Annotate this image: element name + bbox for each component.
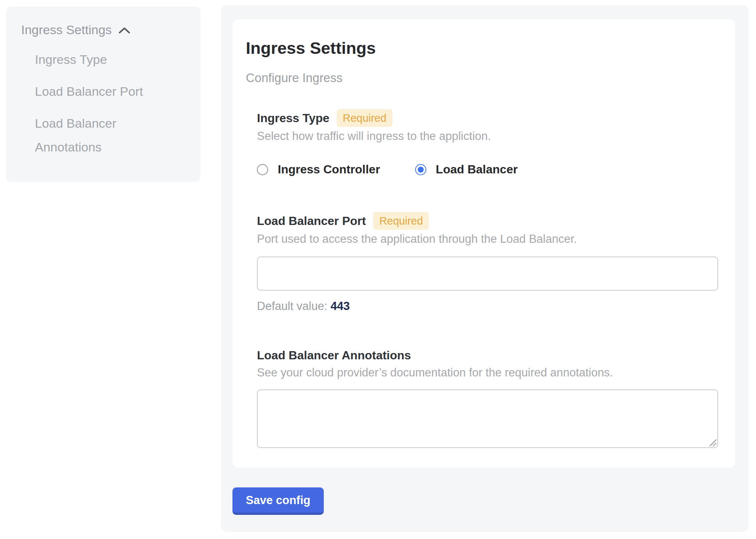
radio-option-load-balancer[interactable]: Load Balancer (415, 163, 518, 176)
load-balancer-port-section: Load Balancer Port Required Port used to… (257, 212, 718, 313)
ingress-type-radio-group: Ingress Controller Load Balancer (257, 163, 718, 176)
ingress-type-help: Select how traffic will ingress to the a… (257, 129, 718, 143)
ingress-settings-panel: Ingress Settings Configure Ingress Ingre… (221, 5, 749, 532)
load-balancer-port-label: Load Balancer Port (257, 213, 366, 229)
ingress-type-section: Ingress Type Required Select how traffic… (257, 109, 718, 176)
settings-sidebar: Ingress Settings Ingress Type Load Balan… (6, 7, 201, 182)
annotations-textarea-wrap (257, 389, 718, 448)
radio-unchecked-icon[interactable] (257, 164, 268, 175)
save-config-button[interactable]: Save config (232, 487, 324, 515)
required-badge: Required (337, 109, 392, 127)
default-value-label: Default value: (257, 300, 328, 313)
load-balancer-annotations-label: Load Balancer Annotations (257, 347, 411, 363)
load-balancer-annotations-textarea[interactable] (257, 389, 718, 448)
ingress-type-label: Ingress Type (257, 110, 329, 126)
load-balancer-annotations-section: Load Balancer Annotations See your cloud… (257, 347, 718, 448)
page-title: Ingress Settings (246, 38, 722, 59)
radio-option-ingress-controller[interactable]: Ingress Controller (257, 163, 380, 176)
radio-label-ingress-controller: Ingress Controller (278, 163, 380, 176)
sidebar-group-ingress-settings[interactable]: Ingress Settings (21, 22, 187, 38)
radio-checked-icon[interactable] (415, 164, 426, 175)
sidebar-item-load-balancer-port[interactable]: Load Balancer Port (35, 79, 166, 103)
load-balancer-annotations-help: See your cloud provider’s documentation … (257, 366, 718, 380)
default-value-line: Default value: 443 (257, 300, 718, 313)
sidebar-item-ingress-type[interactable]: Ingress Type (35, 48, 166, 71)
page-subtitle: Configure Ingress (246, 71, 722, 85)
radio-label-load-balancer: Load Balancer (436, 163, 518, 176)
chevron-up-icon[interactable] (118, 27, 130, 34)
load-balancer-port-help: Port used to access the application thro… (257, 232, 718, 246)
load-balancer-port-input[interactable] (257, 257, 718, 291)
default-value: 443 (330, 300, 350, 313)
sidebar-group-label: Ingress Settings (21, 22, 112, 38)
sidebar-item-list: Ingress Type Load Balancer Port Load Bal… (35, 48, 187, 159)
radio-dot (418, 167, 424, 173)
sidebar-item-load-balancer-annotations[interactable]: Load Balancer Annotations (35, 111, 166, 159)
ingress-settings-card: Ingress Settings Configure Ingress Ingre… (232, 19, 735, 468)
resize-handle-icon[interactable] (709, 439, 716, 446)
required-badge: Required (373, 212, 429, 230)
